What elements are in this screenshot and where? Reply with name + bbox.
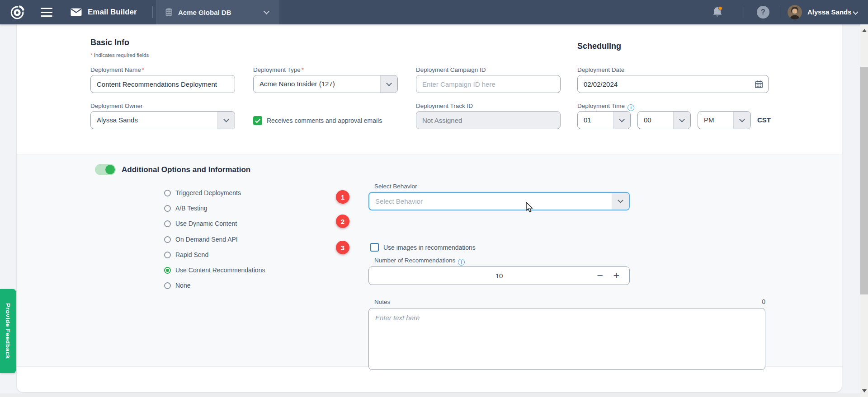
additional-options-heading: Additional Options and Information [122,165,250,174]
notifications-bell-icon[interactable] [711,6,724,19]
vertical-scrollbar[interactable] [860,24,868,397]
step-badge-2: 2 [336,215,349,228]
chevron-down-icon [739,117,745,122]
radio-icon[interactable] [164,220,171,227]
step-badge-1: 1 [336,190,349,204]
deployment-date-label: Deployment Date [577,66,624,73]
radio-icon[interactable] [164,236,171,243]
info-icon[interactable]: i [458,259,465,266]
database-name: Acme Global DB [178,9,231,16]
radio-icon[interactable] [164,190,171,196]
topbar-divider [744,6,744,18]
number-of-recommendations-stepper: 10 − + [368,266,630,285]
deployment-date-field [577,75,769,93]
number-of-recommendations-label: Number of Recommendationsi [374,257,465,266]
info-icon[interactable]: i [627,104,634,111]
radio-triggered-deployments[interactable]: Triggered Deployments [164,188,241,198]
deployment-owner-value: Alyssa Sands [97,112,138,129]
select-chevron-segment[interactable] [613,112,630,129]
deployment-track-id-field [416,111,561,129]
calendar-icon[interactable] [755,80,763,89]
radio-icon[interactable] [164,252,171,258]
provide-feedback-button[interactable]: Provide Feedback [0,289,16,373]
select-chevron-segment[interactable] [673,112,690,129]
select-chevron-segment[interactable] [733,112,750,129]
receives-comments-label: Receives comments and approval emails [267,117,382,124]
deployment-type-label: Deployment Type* [253,66,304,73]
receives-comments-checkbox[interactable]: Receives comments and approval emails [253,116,382,125]
horizontal-scrollbar-track[interactable] [0,393,860,397]
additional-options-toggle[interactable] [95,164,116,175]
basic-info-heading: Basic Info [90,38,129,47]
email-builder-icon [71,8,82,16]
deployment-name-input[interactable] [91,75,235,93]
select-behavior-placeholder: Select Behavior [375,193,423,210]
top-navigation-bar: Email Builder Acme Global DB ? Alyssa Sa… [0,0,868,24]
radio-none[interactable]: None [164,280,190,290]
app-logo-icon[interactable] [9,4,26,21]
chevron-down-icon [619,117,625,122]
radio-rapid-send[interactable]: Rapid Send [164,250,208,260]
database-icon [164,7,174,17]
scroll-down-arrow[interactable] [862,389,867,392]
user-name[interactable]: Alyssa Sands [807,0,852,24]
timezone-label: CST [757,116,771,124]
chevron-down-icon [386,80,392,86]
time-meridiem-select[interactable]: PM [698,111,751,129]
radio-ab-testing[interactable]: A/B Testing [164,203,208,213]
chevron-down-icon [223,117,229,122]
deployment-track-id-input [416,112,560,129]
required-fields-note: * Indicates required fields [90,52,149,58]
user-avatar[interactable] [788,5,802,19]
radio-icon[interactable] [164,205,171,212]
decrement-button[interactable]: − [597,267,603,285]
deployment-type-value: Acme Nano Insider (127) [259,75,335,93]
help-icon[interactable]: ? [757,6,769,19]
use-images-label: Use images in recommendations [383,244,476,251]
deployment-track-id-label: Deployment Track ID [416,103,473,109]
checkbox-unchecked-icon[interactable] [370,243,379,252]
time-minute-select[interactable]: 00 [637,111,691,129]
user-menu-chevron-icon[interactable] [853,9,859,15]
hamburger-menu-icon[interactable] [41,8,52,17]
scroll-up-arrow[interactable] [862,29,867,32]
recommendations-count-value: 10 [369,267,629,285]
select-behavior-dropdown[interactable]: Select Behavior [368,192,630,210]
topbar-divider [781,6,781,18]
radio-icon[interactable] [164,282,171,289]
chevron-down-icon [264,9,269,14]
notes-textarea[interactable] [368,308,765,370]
select-chevron-segment[interactable] [612,193,629,210]
time-hour-value: 01 [584,112,591,129]
deployment-owner-label: Deployment Owner [90,103,143,109]
topbar-divider [152,6,153,18]
radio-on-demand-send-api[interactable]: On Demand Send API [164,234,238,244]
select-chevron-segment[interactable] [217,112,235,129]
increment-button[interactable]: + [613,267,619,285]
chevron-down-icon [618,197,623,203]
deployment-campaign-id-input[interactable] [416,75,560,93]
time-minute-value: 00 [644,112,651,129]
toggle-knob [105,165,115,174]
select-behavior-label: Select Behavior [374,183,417,190]
radio-use-content-recommendations[interactable]: Use Content Recommendations [164,265,265,275]
deployment-campaign-id-label: Deployment Campaign ID [416,66,486,73]
time-meridiem-value: PM [704,112,714,129]
database-selector[interactable]: Acme Global DB [156,0,279,24]
deployment-owner-select[interactable]: Alyssa Sands [90,111,235,129]
deployment-name-label: Deployment Name* [90,66,144,73]
notes-char-count: 0 [368,298,765,305]
time-hour-select[interactable]: 01 [577,111,631,129]
scrollbar-thumb[interactable] [860,67,868,294]
use-images-checkbox[interactable]: Use images in recommendations [370,243,476,252]
deployment-type-select[interactable]: Acme Nano Insider (127) [253,75,398,93]
radio-use-dynamic-content[interactable]: Use Dynamic Content [164,219,237,229]
deployment-time-label: Deployment Timei [577,103,634,111]
select-chevron-segment[interactable] [380,75,397,93]
checkbox-checked-icon[interactable] [253,116,262,125]
deployment-name-field [90,75,235,93]
step-badge-3: 3 [336,241,349,254]
deployment-form-card: Basic Info * Indicates required fields D… [17,24,842,392]
deployment-date-input[interactable] [578,75,768,93]
radio-selected-icon[interactable] [164,267,171,274]
